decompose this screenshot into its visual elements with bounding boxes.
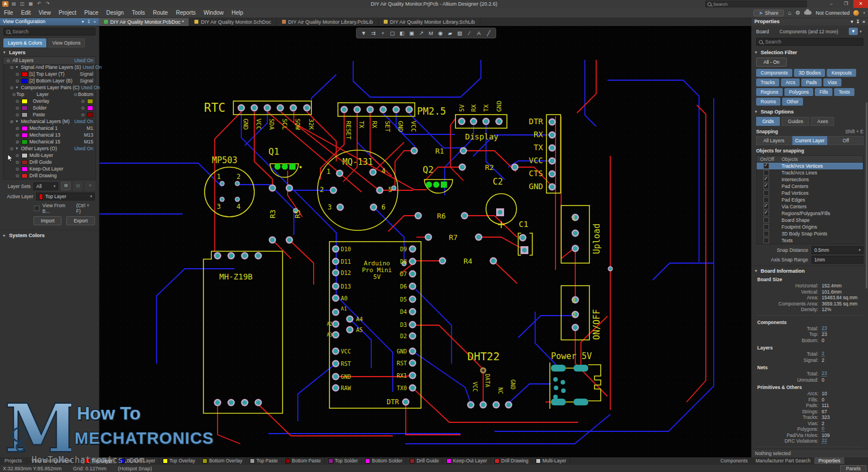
pad[interactable] (498, 210, 502, 215)
pad[interactable] (494, 403, 498, 407)
pad[interactable] (551, 365, 566, 372)
document-tab[interactable]: DIY Air Quality Monitor Library.SchLib (379, 18, 480, 26)
account-dropdown-icon[interactable]: ▾ (863, 11, 865, 15)
pin-label[interactable]: RX1 (397, 373, 407, 379)
pad[interactable] (460, 165, 465, 169)
info-value-link[interactable]: 0 (822, 426, 824, 432)
pad[interactable] (462, 213, 467, 218)
pad[interactable] (476, 235, 481, 239)
used-on-link[interactable]: Used On (74, 146, 93, 151)
document-tab[interactable]: DIY Air Quality Monitor.SchDoc (189, 18, 276, 26)
toolbar-tool-icon[interactable]: ▨ (455, 30, 464, 36)
eye-icon[interactable]: ⊙ (9, 146, 14, 151)
pad[interactable] (410, 373, 415, 378)
pad[interactable] (229, 400, 233, 405)
pad[interactable] (481, 403, 485, 407)
layer-tab[interactable]: Multi-Layer (532, 457, 570, 464)
pad[interactable] (355, 107, 359, 112)
toolbar-tool-icon[interactable]: ∕ (465, 30, 474, 36)
eye-icon[interactable]: ⊙ (15, 112, 20, 117)
snap-options-header[interactable]: ▾Snap Options (752, 107, 868, 116)
pad[interactable] (471, 119, 476, 124)
layers-section-header[interactable]: ▾Layers (0, 47, 99, 56)
checkbox[interactable] (763, 217, 769, 223)
pad[interactable] (291, 106, 296, 110)
pin-label[interactable]: VCC (472, 382, 478, 392)
pad[interactable] (550, 120, 554, 124)
selection-filter-button[interactable]: Texts (834, 88, 854, 96)
top-color-swatch[interactable] (21, 106, 28, 111)
pad[interactable] (550, 159, 554, 163)
selection-filter-button[interactable]: Tracks (756, 78, 779, 86)
snap-toggle-button[interactable]: Grids (756, 117, 780, 126)
ref-upload[interactable]: Upload (592, 224, 602, 254)
pad[interactable] (468, 403, 473, 407)
axis-snap-range-input[interactable]: 1mm (811, 256, 863, 264)
pad[interactable] (440, 259, 445, 263)
eye-icon[interactable]: ⊙ (15, 78, 20, 84)
info-value-link[interactable]: 2 (822, 351, 824, 357)
pad[interactable] (215, 254, 220, 258)
pad[interactable] (410, 349, 415, 353)
eye-icon[interactable]: ⊙ (11, 92, 16, 97)
pin-label[interactable]: DATA (484, 374, 491, 387)
toolbar-tool-icon[interactable]: ▰ (446, 30, 454, 36)
pin-label[interactable]: GND (510, 379, 516, 390)
pad[interactable] (426, 235, 431, 239)
eye-icon[interactable]: ⊙ (15, 106, 20, 111)
pin-label[interactable]: D11 (341, 259, 351, 265)
pad[interactable] (441, 182, 447, 188)
pin-label[interactable]: VCC (529, 156, 543, 165)
pad[interactable] (331, 188, 336, 193)
tree-row-layer-pair[interactable]: ⊙ Paste ⊙ (3, 111, 96, 118)
checkbox[interactable] (763, 224, 769, 230)
used-on-link[interactable]: Used On (74, 58, 93, 63)
layer-color-swatch[interactable] (21, 167, 28, 172)
tree-row-other-layer[interactable]: ⊙ Drill Drawing (3, 172, 96, 179)
pad[interactable] (282, 164, 288, 170)
checkbox[interactable] (763, 211, 769, 216)
pad[interactable] (270, 238, 275, 242)
pin-label[interactable]: TX (533, 143, 543, 152)
snap-distance-select[interactable]: 0.5mm▾ (811, 246, 863, 254)
pin-label[interactable]: D7 (400, 271, 407, 277)
toolbar-tool-icon[interactable]: ◧ (398, 30, 406, 36)
pin-label[interactable]: RX (371, 121, 378, 129)
menu-item[interactable]: File (0, 10, 17, 16)
pad[interactable] (270, 186, 275, 190)
used-on-link[interactable]: Used On (74, 119, 93, 124)
pad[interactable] (410, 386, 415, 390)
info-value-link[interactable]: 23 (822, 331, 827, 337)
home-icon[interactable]: ⌂ (788, 10, 791, 16)
snap-object-row[interactable]: Pad Centers (757, 183, 863, 190)
save-layer-set-button[interactable]: ▤ (73, 182, 83, 190)
pad[interactable] (333, 259, 338, 264)
eye-off-icon[interactable]: ⊘ (15, 126, 20, 131)
layer-color-swatch[interactable] (21, 153, 28, 158)
layer-tab[interactable]: Keep-Out Layer (443, 457, 491, 464)
eye-off-icon[interactable]: ⊘ (9, 119, 14, 124)
tree-row-all-layers[interactable]: ⊙ All Layers Used On (3, 57, 96, 64)
document-tab[interactable]: DIY Air Quality Monitor.PcbDoc * (99, 18, 189, 26)
top-color-swatch[interactable] (21, 112, 28, 117)
pin-label[interactable]: DTR (387, 398, 399, 406)
panel-close-icon[interactable]: × (862, 19, 865, 24)
pin-label[interactable]: D9 (400, 246, 407, 252)
pad[interactable] (573, 246, 578, 251)
settings-gear-icon[interactable]: ⚙ (795, 10, 800, 16)
pad[interactable] (550, 172, 554, 176)
selection-filter-button[interactable]: Rooms (756, 98, 780, 106)
pcb-board[interactable]: RTC GND VCC SDA SCL SQW 32K PM2.5 RESET … (99, 26, 752, 457)
bottom-color-swatch[interactable] (87, 112, 93, 117)
pad[interactable] (407, 107, 411, 112)
toolbar-tool-icon[interactable]: ▼ (359, 30, 368, 36)
pin-label[interactable]: A5 (356, 327, 363, 333)
active-layer-select[interactable]: Top Layer▾ (36, 193, 95, 200)
toolbar-tool-icon[interactable]: ╱ (484, 30, 493, 36)
pin-label[interactable]: RESET (345, 121, 352, 139)
pad[interactable] (348, 317, 352, 321)
ref-display[interactable]: Display (465, 132, 498, 141)
undo-icon[interactable]: ↶ (36, 1, 42, 7)
pad[interactable] (220, 182, 224, 185)
pin-label[interactable]: VCC (255, 119, 262, 130)
